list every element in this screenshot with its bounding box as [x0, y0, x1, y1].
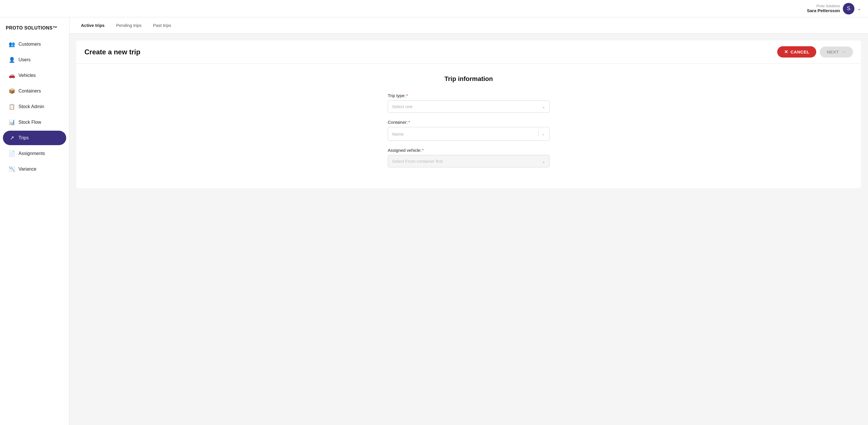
cancel-button[interactable]: ✕ CANCEL	[777, 46, 816, 58]
stock-flow-icon: 📊	[9, 119, 15, 125]
next-arrow-icon: →	[841, 50, 846, 55]
sidebar-item-label: Stock Admin	[19, 104, 44, 109]
chevron-down-icon: ⌄	[541, 131, 545, 136]
sidebar-item-label: Variance	[19, 166, 36, 172]
user-text-block: Proto Solutions Sara Pettersson	[807, 4, 840, 13]
sidebar-item-stock-admin[interactable]: 📋 Stock Admin	[3, 99, 66, 114]
brand-title: PROTO SOLUTIONS™	[0, 22, 69, 36]
user-info: Proto Solutions Sara Pettersson S ⌄	[807, 3, 861, 14]
sidebar-item-vehicles[interactable]: 🚗 Vehicles	[3, 68, 66, 83]
trip-type-label: Trip type:*	[388, 93, 550, 98]
trip-type-placeholder: Select one	[392, 104, 413, 109]
sidebar-item-label: Containers	[19, 88, 41, 94]
header-buttons: ✕ CANCEL NEXT →	[777, 46, 853, 58]
section-title: Trip information	[85, 75, 853, 83]
sidebar-item-label: Users	[19, 57, 31, 62]
sidebar-item-trips[interactable]: ↗ Trips	[3, 131, 66, 145]
avatar[interactable]: S	[843, 3, 855, 14]
cancel-x-icon: ✕	[784, 49, 788, 55]
sidebar-item-label: Stock Flow	[19, 120, 41, 125]
sidebar-item-customers[interactable]: 👥 Customers	[3, 37, 66, 52]
required-star: *	[406, 93, 408, 98]
trips-icon: ↗	[9, 135, 15, 141]
divider	[538, 131, 539, 137]
chevron-down-icon[interactable]: ⌄	[857, 6, 861, 11]
assigned-vehicle-label: Assigned vehicle:*	[388, 148, 550, 153]
container-placeholder: Name	[392, 131, 404, 136]
sidebar-item-stock-flow[interactable]: 📊 Stock Flow	[3, 115, 66, 129]
container-group: Container:* Name ⌄	[388, 120, 550, 141]
tab-past-trips[interactable]: Past trips	[148, 21, 176, 30]
vehicles-icon: 🚗	[9, 72, 15, 79]
sub-nav: Active trips Pending trips Past trips	[69, 17, 868, 34]
trip-type-group: Trip type:* Select one ⌄	[388, 93, 550, 113]
create-trip-header: Create a new trip ✕ CANCEL NEXT →	[76, 40, 861, 64]
user-company: Proto Solutions	[807, 4, 840, 8]
sidebar-item-variance[interactable]: 📉 Variance	[3, 162, 66, 176]
form-outer: Create a new trip ✕ CANCEL NEXT → Trip i…	[69, 34, 868, 425]
sidebar-item-users[interactable]: 👤 Users	[3, 53, 66, 67]
sidebar-item-label: Trips	[19, 135, 29, 141]
assignments-icon: 📄	[9, 150, 15, 157]
top-header: Proto Solutions Sara Pettersson S ⌄	[0, 0, 868, 17]
stock-admin-icon: 📋	[9, 103, 15, 110]
sidebar: PROTO SOLUTIONS™ 👥 Customers 👤 Users 🚗 V…	[0, 17, 69, 425]
main-layout: PROTO SOLUTIONS™ 👥 Customers 👤 Users 🚗 V…	[0, 17, 868, 425]
assigned-vehicle-group: Assigned vehicle:* Select From container…	[388, 148, 550, 168]
assigned-vehicle-select: Select From container first ⌄	[388, 155, 550, 168]
customers-icon: 👥	[9, 41, 15, 48]
containers-icon: 📦	[9, 88, 15, 94]
sidebar-item-label: Customers	[19, 42, 41, 47]
assigned-vehicle-placeholder: Select From container first	[392, 159, 443, 164]
variance-icon: 📉	[9, 166, 15, 172]
next-button[interactable]: NEXT →	[820, 47, 853, 58]
tab-active-trips[interactable]: Active trips	[76, 21, 109, 30]
form-card: Trip information Trip type:* Select one …	[76, 64, 861, 188]
trip-type-select[interactable]: Select one ⌄	[388, 100, 550, 113]
chevron-down-icon: ⌄	[542, 159, 545, 164]
user-name: Sara Pettersson	[807, 8, 840, 13]
container-select[interactable]: Name ⌄	[388, 127, 550, 141]
required-star: *	[408, 120, 410, 125]
sidebar-item-containers[interactable]: 📦 Containers	[3, 84, 66, 98]
users-icon: 👤	[9, 57, 15, 63]
sidebar-item-label: Vehicles	[19, 73, 36, 78]
content-area: Active trips Pending trips Past trips Cr…	[69, 17, 868, 425]
required-star: *	[422, 148, 424, 153]
tab-pending-trips[interactable]: Pending trips	[112, 21, 146, 30]
chevron-down-icon: ⌄	[542, 104, 545, 109]
sidebar-item-assignments[interactable]: 📄 Assignments	[3, 146, 66, 161]
container-label: Container:*	[388, 120, 550, 125]
sidebar-item-label: Assignments	[19, 151, 45, 156]
page-title: Create a new trip	[85, 48, 140, 56]
